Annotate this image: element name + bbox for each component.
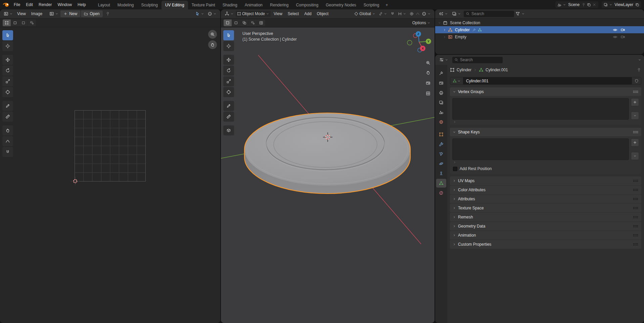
- outliner-row-empty[interactable]: Empty: [435, 33, 644, 40]
- filter-funnel-icon[interactable]: [515, 11, 520, 16]
- add-rest-position-checkbox[interactable]: [453, 167, 457, 171]
- camera-view-icon[interactable]: [424, 79, 432, 87]
- transform-orientation-selector[interactable]: Global: [353, 11, 377, 17]
- tab-texture-paint[interactable]: Texture Paint: [188, 1, 219, 9]
- disable-render-camera-icon[interactable]: [620, 35, 625, 39]
- transform-tool-button[interactable]: [2, 87, 13, 97]
- breadcrumb-object[interactable]: Cylinder: [457, 68, 471, 72]
- shape-keys-panel-header[interactable]: Shape Keys: [450, 128, 641, 136]
- vp-menu-object[interactable]: Object: [315, 10, 331, 17]
- drag-grip-icon[interactable]: [633, 179, 639, 183]
- properties-search-input[interactable]: Search: [452, 57, 503, 63]
- rotate-tool-button[interactable]: [2, 66, 13, 76]
- menu-edit[interactable]: Edit: [23, 1, 36, 8]
- datablock-name-input[interactable]: Cylinder.001: [463, 77, 632, 84]
- drag-grip-icon[interactable]: [633, 225, 639, 228]
- hide-eye-icon[interactable]: [613, 28, 617, 32]
- uv-canvas[interactable]: [0, 28, 220, 323]
- tab-scripting[interactable]: Scripting: [360, 1, 383, 9]
- chevron-right-icon[interactable]: [443, 28, 446, 32]
- tweak-tool-button[interactable]: [2, 30, 13, 40]
- cursor-tool-button[interactable]: [2, 41, 13, 51]
- tab-render[interactable]: [436, 79, 446, 87]
- chevron-right-icon[interactable]: [443, 35, 446, 39]
- datablock-browse-button[interactable]: [450, 77, 463, 84]
- tweak-tool-button[interactable]: [223, 30, 234, 40]
- uv-select-edge-button[interactable]: [11, 19, 19, 26]
- select-mode-button-5[interactable]: [257, 19, 265, 26]
- tab-modeling[interactable]: Modeling: [114, 1, 138, 9]
- measure-tool-button[interactable]: [2, 112, 13, 122]
- vertex-group-specials-button[interactable]: [631, 112, 639, 120]
- shading-selector[interactable]: [420, 11, 432, 17]
- tab-output[interactable]: [436, 88, 446, 97]
- tab-object[interactable]: [436, 130, 446, 139]
- add-workspace-button[interactable]: +: [383, 1, 391, 9]
- menu-file[interactable]: File: [11, 1, 23, 8]
- uv-select-sync-toggle[interactable]: [194, 11, 205, 17]
- uv-select-island-button[interactable]: [28, 19, 36, 26]
- uv-menu-image[interactable]: Image: [29, 10, 45, 17]
- tab-scene[interactable]: [436, 108, 446, 117]
- viewport-canvas[interactable]: User Perspective (1) Scene Collection | …: [221, 28, 434, 323]
- tab-constraints[interactable]: [436, 169, 446, 178]
- select-mode-button-3[interactable]: [240, 19, 248, 26]
- tab-physics[interactable]: [436, 159, 446, 168]
- annotate-tool-button[interactable]: [223, 101, 234, 111]
- vp-menu-add[interactable]: Add: [302, 10, 314, 17]
- animation-panel-header[interactable]: Animation: [450, 231, 641, 240]
- zoom-icon[interactable]: [424, 58, 432, 67]
- fake-user-toggle[interactable]: [632, 77, 641, 84]
- tab-modifiers[interactable]: [436, 140, 446, 149]
- snap-toggle[interactable]: [389, 11, 396, 16]
- drag-grip-icon[interactable]: [633, 188, 639, 192]
- editor-type-selector[interactable]: [2, 11, 14, 17]
- tab-sculpting[interactable]: Sculpting: [138, 1, 162, 9]
- cursor-tool-button[interactable]: [223, 41, 234, 51]
- list-expand-icon[interactable]: [453, 120, 456, 124]
- move-tool-button[interactable]: [223, 55, 234, 65]
- chevron-down-icon[interactable]: [438, 21, 441, 25]
- grab-tool-button[interactable]: [2, 125, 13, 135]
- drag-grip-icon[interactable]: [633, 234, 639, 237]
- vp-menu-select[interactable]: Select: [285, 10, 301, 17]
- tab-uv-editing[interactable]: UV Editing: [162, 1, 188, 9]
- move-tool-button[interactable]: [2, 55, 13, 65]
- transform-tool-button[interactable]: [223, 87, 234, 97]
- tab-material[interactable]: [436, 189, 446, 197]
- drag-grip-icon[interactable]: [633, 130, 639, 134]
- drag-grip-icon[interactable]: [633, 197, 639, 201]
- delete-scene-icon[interactable]: [592, 3, 596, 7]
- list-resize-grip-icon[interactable]: [538, 120, 544, 123]
- outliner-search-input[interactable]: Search: [464, 11, 514, 17]
- scene-selector[interactable]: Scene: [555, 1, 598, 8]
- drag-grip-icon[interactable]: [633, 215, 639, 219]
- browse-image-selector[interactable]: [48, 11, 60, 17]
- annotate-tool-button[interactable]: [2, 101, 13, 111]
- add-vertex-group-button[interactable]: [631, 98, 639, 106]
- scale-tool-button[interactable]: [2, 76, 13, 86]
- mode-selector[interactable]: Object Mode: [236, 11, 271, 17]
- mesh-data-icon[interactable]: [478, 28, 482, 32]
- chevron-down-icon[interactable]: [638, 58, 641, 62]
- tab-world[interactable]: [436, 118, 446, 126]
- scale-tool-button[interactable]: [223, 76, 234, 86]
- geometry-data-panel-header[interactable]: Geometry Data: [450, 222, 641, 231]
- shape-keys-list[interactable]: [452, 138, 629, 160]
- proportional-editing-toggle[interactable]: [408, 11, 415, 16]
- select-mode-button-4[interactable]: [249, 19, 257, 26]
- menu-help[interactable]: Help: [75, 1, 89, 8]
- editor-type-selector[interactable]: [438, 57, 450, 63]
- tab-tool[interactable]: [436, 69, 446, 78]
- display-channels-selector[interactable]: [206, 11, 218, 17]
- drag-grip-icon[interactable]: [633, 243, 639, 246]
- texture-space-panel-header[interactable]: Texture Space: [450, 204, 641, 212]
- editor-type-selector[interactable]: [438, 11, 449, 17]
- mesh-data-icon[interactable]: [479, 68, 484, 72]
- tab-object-data[interactable]: [436, 179, 446, 188]
- menu-render[interactable]: Render: [36, 1, 54, 8]
- uv-select-vertex-button[interactable]: [3, 19, 11, 26]
- uv-maps-panel-header[interactable]: UV Maps: [450, 176, 641, 185]
- open-image-button[interactable]: Open: [81, 10, 102, 17]
- tab-layout[interactable]: Layout: [94, 1, 114, 9]
